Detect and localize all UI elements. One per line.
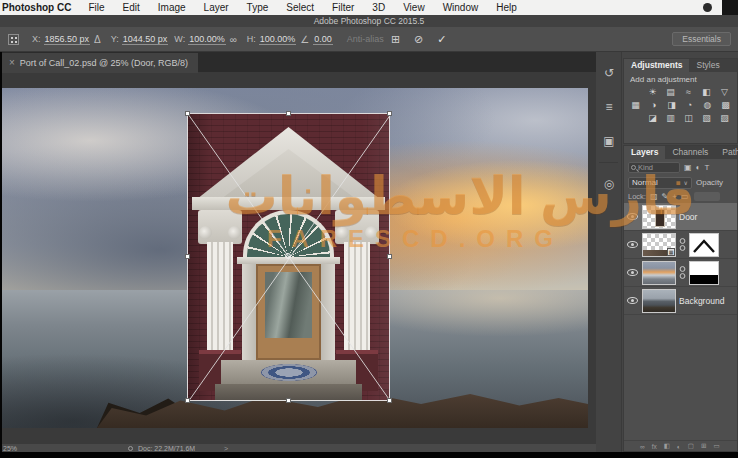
layer-mask-curve-thumbnail[interactable] bbox=[689, 233, 719, 257]
color-balance-icon[interactable]: ◑ bbox=[647, 99, 660, 111]
brightness-contrast-icon[interactable]: ☀ bbox=[646, 86, 659, 98]
exposure-icon[interactable]: ◧ bbox=[700, 86, 713, 98]
angle-value-field[interactable]: 0.00 bbox=[313, 34, 333, 45]
add-layer-mask-icon[interactable]: ◧ bbox=[664, 442, 670, 450]
door-layer-thumbnail[interactable] bbox=[642, 205, 676, 229]
tab-adjustments[interactable]: Adjustments bbox=[624, 59, 689, 72]
visibility-eye-icon[interactable] bbox=[627, 297, 638, 304]
menu-select[interactable]: Select bbox=[277, 2, 323, 13]
delete-layer-icon[interactable]: ▭ bbox=[713, 442, 719, 450]
menu-layer[interactable]: Layer bbox=[195, 2, 238, 13]
menu-help[interactable]: Help bbox=[487, 2, 526, 13]
creative-cloud-icon[interactable]: ◎ bbox=[596, 171, 622, 197]
threshold-icon[interactable]: ◫ bbox=[682, 112, 695, 124]
background-layer-thumbnail[interactable] bbox=[642, 289, 676, 313]
transform-center-point[interactable] bbox=[285, 253, 291, 259]
layer-name[interactable]: Background bbox=[679, 296, 724, 306]
tab-layers[interactable]: Layers bbox=[624, 146, 665, 159]
layer-mask-link-icon[interactable] bbox=[679, 265, 686, 281]
lock-image-pixels-icon[interactable]: ✎ bbox=[662, 192, 669, 201]
menu-type[interactable]: Type bbox=[238, 2, 278, 13]
menubar-cc-icon[interactable] bbox=[703, 3, 712, 12]
layer-row-background[interactable]: Background bbox=[624, 287, 737, 315]
gradient-map-icon[interactable]: ▧ bbox=[700, 112, 713, 124]
width-value-field[interactable]: 100.00% bbox=[188, 34, 226, 45]
transform-handle-top-left[interactable] bbox=[185, 111, 190, 116]
layer-search-box[interactable] bbox=[628, 162, 680, 173]
fill-field[interactable] bbox=[694, 192, 720, 201]
status-options-chevron-icon[interactable]: > bbox=[224, 445, 228, 452]
visibility-eye-icon[interactable] bbox=[627, 213, 638, 220]
cancel-transform-icon[interactable]: ⊘ bbox=[414, 33, 423, 46]
tab-channels[interactable]: Channels bbox=[665, 146, 715, 159]
lock-artboard-icon[interactable]: ▭ bbox=[681, 192, 689, 201]
history-icon[interactable]: ↺ bbox=[596, 60, 622, 86]
lock-position-icon[interactable]: + bbox=[672, 192, 677, 201]
rocks-layer-thumbnail[interactable]: ▦ bbox=[642, 233, 676, 257]
tab-styles[interactable]: Styles bbox=[689, 59, 726, 72]
app-menu-photoshop[interactable]: Photoshop CC bbox=[2, 2, 79, 13]
vibrance-icon[interactable]: ▽ bbox=[718, 86, 731, 98]
posterize-icon[interactable]: ▥ bbox=[664, 112, 677, 124]
curves-icon[interactable]: ≈ bbox=[682, 86, 695, 98]
layer-mask-link-icon[interactable] bbox=[679, 237, 686, 253]
new-group-icon[interactable]: ▢ bbox=[688, 442, 694, 450]
transform-handle-bottom-left[interactable] bbox=[185, 398, 190, 403]
layer-filter-input[interactable] bbox=[638, 163, 674, 172]
tab-paths[interactable]: Paths bbox=[715, 146, 738, 159]
invert-icon[interactable]: ◪ bbox=[646, 112, 659, 124]
transform-handle-bottom-right[interactable] bbox=[387, 398, 392, 403]
sky-layer-thumbnail[interactable] bbox=[642, 261, 676, 285]
black-white-icon[interactable]: ◨ bbox=[665, 99, 678, 111]
filter-type-layers-icon[interactable]: T bbox=[704, 163, 709, 172]
transform-handle-top-center[interactable] bbox=[286, 111, 291, 116]
transform-handle-middle-left[interactable] bbox=[185, 254, 190, 259]
filter-pixel-layers-icon[interactable]: ▣ bbox=[684, 163, 692, 172]
menu-view[interactable]: View bbox=[394, 2, 434, 13]
link-layers-icon[interactable]: ∞ bbox=[640, 443, 645, 450]
document-tab[interactable]: × Port of Call_02.psd @ 25% (Door, RGB/8… bbox=[2, 53, 198, 73]
height-value-field[interactable]: 100.00% bbox=[259, 34, 297, 45]
warp-mode-toggle-icon[interactable]: ⊞ bbox=[391, 33, 400, 46]
menu-3d[interactable]: 3D bbox=[363, 2, 394, 13]
color-lookup-icon[interactable]: ▩ bbox=[719, 99, 732, 111]
libraries-icon[interactable]: ▣ bbox=[596, 128, 622, 154]
reference-point-icon[interactable] bbox=[8, 34, 19, 45]
menu-filter[interactable]: Filter bbox=[323, 2, 363, 13]
layer-effects-icon[interactable]: fx bbox=[652, 443, 657, 450]
menu-edit[interactable]: Edit bbox=[114, 2, 149, 13]
y-value-field[interactable]: 1044.50 px bbox=[122, 34, 169, 45]
opacity-label[interactable]: Opacity bbox=[696, 178, 723, 187]
layer-name[interactable]: Door bbox=[679, 212, 697, 222]
properties-icon[interactable]: ≡ bbox=[596, 94, 622, 120]
zoom-percentage-field[interactable]: 25% bbox=[3, 445, 17, 452]
visibility-eye-icon[interactable] bbox=[627, 269, 638, 276]
menu-file[interactable]: File bbox=[79, 2, 113, 13]
transform-handle-top-right[interactable] bbox=[387, 111, 392, 116]
tab-close-icon[interactable]: × bbox=[9, 57, 15, 68]
visibility-eye-icon[interactable] bbox=[627, 241, 638, 248]
layer-row-door[interactable]: Door bbox=[624, 203, 737, 231]
document-canvas[interactable] bbox=[2, 88, 588, 428]
relative-position-icon[interactable]: Δ bbox=[94, 34, 101, 45]
selective-color-icon[interactable]: ▨ bbox=[718, 112, 731, 124]
hue-saturation-icon[interactable]: ▦ bbox=[629, 99, 642, 111]
levels-icon[interactable]: ▤ bbox=[664, 86, 677, 98]
workspace-selector-button[interactable]: Essentials bbox=[672, 32, 731, 46]
x-value-field[interactable]: 1856.50 px bbox=[44, 34, 91, 45]
layer-row-sky[interactable] bbox=[624, 259, 737, 287]
menu-image[interactable]: Image bbox=[149, 2, 195, 13]
new-layer-icon[interactable]: ⊞ bbox=[701, 442, 706, 450]
transform-handle-bottom-center[interactable] bbox=[286, 398, 291, 403]
blend-mode-select[interactable]: Normal ∨ bbox=[628, 177, 692, 189]
menu-window[interactable]: Window bbox=[434, 2, 488, 13]
transform-handle-middle-right[interactable] bbox=[387, 254, 392, 259]
commit-transform-icon[interactable]: ✓ bbox=[437, 33, 446, 46]
photo-filter-icon[interactable]: ◔ bbox=[683, 99, 696, 111]
channel-mixer-icon[interactable]: ◍ bbox=[701, 99, 714, 111]
layer-row-rocks[interactable]: ▦ bbox=[624, 231, 737, 259]
layer-mask-split-thumbnail[interactable] bbox=[689, 261, 719, 285]
lock-transparent-pixels-icon[interactable]: ▨ bbox=[650, 192, 658, 201]
maintain-aspect-ratio-icon[interactable]: ∞ bbox=[230, 34, 237, 45]
new-adjustment-layer-icon[interactable]: ◐ bbox=[677, 443, 681, 450]
